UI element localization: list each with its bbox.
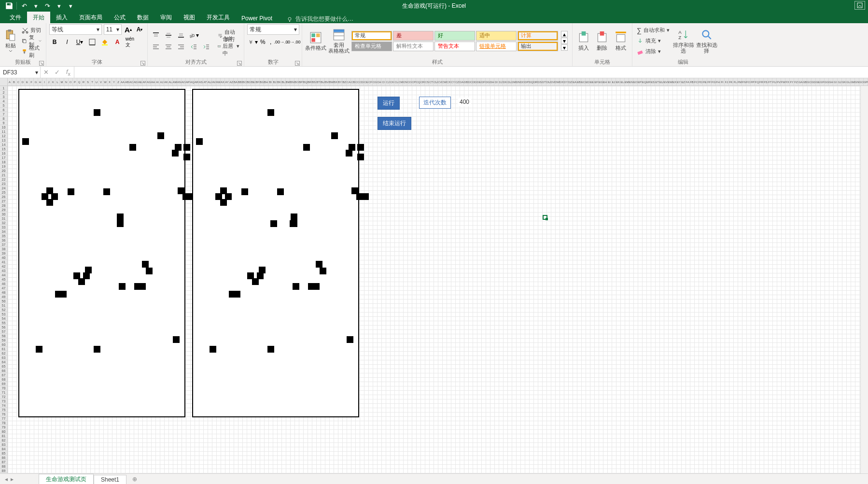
cell-style-item[interactable]: 链接单元格	[476, 42, 517, 51]
delete-cells-button[interactable]: 删除	[594, 25, 610, 57]
live-cell	[252, 278, 259, 285]
redo-icon[interactable]: ↷	[43, 1, 52, 10]
tab-insert[interactable]: 插入	[50, 12, 73, 23]
underline-button[interactable]: U▾	[74, 37, 85, 47]
tab-page-layout[interactable]: 页面布局	[73, 12, 108, 23]
increase-decimal-button[interactable]: .00→.0	[276, 37, 286, 47]
active-cell-marker	[543, 215, 547, 220]
live-cell	[357, 144, 364, 151]
sheet-tab-1[interactable]: Sheet1	[94, 475, 126, 484]
font-color-button[interactable]: A	[112, 37, 123, 47]
decrease-indent-button[interactable]	[188, 42, 199, 52]
format-cells-button[interactable]: 格式	[613, 25, 629, 57]
tab-review[interactable]: 审阅	[154, 12, 178, 23]
bold-button[interactable]: B	[49, 37, 60, 47]
align-right-button[interactable]	[176, 42, 186, 52]
autosum-button[interactable]: ∑自动求和▾	[635, 26, 671, 35]
merge-center-button[interactable]: 合并后居中▾	[216, 42, 241, 51]
percent-button[interactable]: %	[260, 37, 266, 47]
insert-cells-button[interactable]: 插入	[575, 25, 592, 57]
group-number: 常规▾ ￥▾ % , .00→.0 .0→.00 数字↘	[244, 23, 302, 66]
fill-down-icon	[637, 38, 644, 44]
ribbon-display-options[interactable]	[854, 1, 865, 10]
cancel-formula-button[interactable]: ✕	[42, 69, 51, 76]
tab-developer[interactable]: 开发工具	[201, 12, 236, 23]
undo-icon[interactable]: ↶	[20, 1, 28, 10]
font-name-combo[interactable]: 等线▾	[49, 24, 102, 35]
cell-style-item[interactable]: 警告文本	[434, 42, 475, 51]
tell-me[interactable]: 告诉我您想要做什么…	[281, 15, 359, 23]
column-headers[interactable]: ABCDEFGHIJKLMNOPQRSTUVWXYZAAABACADAEAFAG…	[0, 78, 868, 86]
select-all-corner[interactable]	[0, 78, 8, 85]
tab-powerpivot[interactable]: Power Pivot	[236, 13, 278, 23]
decrease-decimal-button[interactable]: .0→.00	[288, 37, 299, 47]
worksheet-area[interactable]: 1234567891011121314151617181920212223242…	[0, 86, 868, 484]
grow-font-button[interactable]: A▴	[124, 24, 133, 35]
qat-customize[interactable]: ▾	[66, 1, 75, 10]
enter-formula-button[interactable]: ✓	[53, 69, 62, 76]
align-left-button[interactable]	[151, 42, 161, 52]
cell-style-item[interactable]: 常规	[351, 31, 392, 41]
live-cell	[241, 188, 248, 195]
increase-indent-button[interactable]	[201, 42, 211, 52]
fx-button[interactable]: fx	[64, 68, 73, 77]
tab-view[interactable]: 视图	[178, 12, 201, 23]
run-button[interactable]: 运行	[378, 97, 400, 110]
redo-menu[interactable]: ▾	[55, 1, 63, 10]
cell-styles-gallery[interactable]: 常规差好适中计算检查单元格解释性文本警告文本链接单元格输出	[351, 31, 558, 51]
phonetic-button[interactable]: wén文	[125, 37, 135, 47]
cell-style-item[interactable]: 解释性文本	[393, 42, 434, 51]
paste-button[interactable]: 粘贴	[3, 25, 18, 57]
align-center-button[interactable]	[163, 42, 174, 52]
row-headers[interactable]: 1234567891011121314151617181920212223242…	[0, 86, 8, 484]
number-dialog-launcher[interactable]: ↘	[295, 61, 300, 66]
align-middle-button[interactable]	[163, 30, 174, 41]
accounting-format-button[interactable]: ￥▾	[247, 37, 258, 47]
fill-button[interactable]: 填充▾	[635, 36, 671, 46]
sheet-nav-first[interactable]: ◂	[5, 476, 8, 483]
shrink-font-button[interactable]: A▾	[135, 24, 144, 35]
find-select-button[interactable]: 查找和选择	[696, 25, 717, 57]
clipboard-dialog-launcher[interactable]: ↘	[39, 61, 44, 66]
sort-filter-button[interactable]: AZ排序和筛选	[673, 25, 694, 57]
cell-style-item[interactable]: 检查单元格	[351, 42, 392, 51]
formula-input[interactable]	[74, 67, 868, 78]
sheet-nav-last[interactable]: ▸	[11, 476, 14, 483]
cell-style-item[interactable]: 好	[434, 31, 475, 41]
clear-button[interactable]: 清除▾	[635, 47, 671, 57]
live-cell	[196, 138, 203, 145]
vertical-scrollbar[interactable]	[860, 86, 868, 473]
align-top-button[interactable]	[151, 30, 161, 41]
iteration-value-cell[interactable]: 400	[458, 98, 471, 106]
new-sheet-button[interactable]: ⊕	[129, 475, 140, 484]
align-bottom-button[interactable]	[176, 30, 186, 41]
tab-data[interactable]: 数据	[131, 12, 154, 23]
font-dialog-launcher[interactable]: ↘	[140, 61, 145, 66]
live-cell	[270, 220, 277, 227]
sheet-tab-0[interactable]: 生命游戏测试页	[39, 474, 94, 484]
undo-menu[interactable]: ▾	[31, 1, 40, 10]
tab-formulas[interactable]: 公式	[108, 12, 131, 23]
comma-button[interactable]: ,	[268, 37, 274, 47]
cell-style-item[interactable]: 适中	[476, 31, 517, 41]
tab-home[interactable]: 开始	[27, 12, 50, 23]
cell-style-item[interactable]: 输出	[518, 42, 558, 51]
conditional-formatting-button[interactable]: 条件格式	[305, 25, 326, 57]
format-as-table-button[interactable]: 套用 表格格式	[328, 25, 350, 57]
format-painter-button[interactable]: 格式刷	[20, 47, 43, 57]
stop-button[interactable]: 结束运行	[378, 117, 411, 130]
orientation-button[interactable]: ab▾	[188, 30, 199, 41]
font-size-combo[interactable]: 11▾	[104, 24, 122, 35]
tab-file[interactable]: 文件	[4, 12, 27, 23]
wrap-icon	[218, 32, 223, 39]
number-format-combo[interactable]: 常规▾	[247, 24, 299, 35]
name-box[interactable]: DF33▾	[0, 67, 41, 78]
cell-style-item[interactable]: 差	[393, 31, 434, 41]
alignment-dialog-launcher[interactable]: ↘	[237, 61, 242, 66]
save-icon[interactable]	[5, 1, 14, 10]
italic-button[interactable]: I	[62, 37, 72, 47]
border-button[interactable]	[87, 37, 98, 47]
cell-styles-scroll[interactable]: ▴▾▾	[561, 31, 568, 51]
cell-style-item[interactable]: 计算	[518, 31, 558, 41]
fill-color-button[interactable]	[99, 37, 110, 47]
